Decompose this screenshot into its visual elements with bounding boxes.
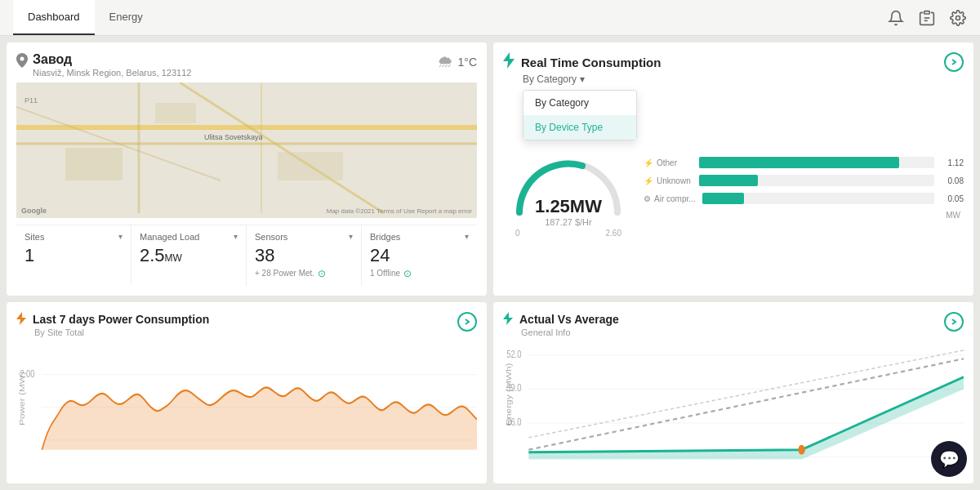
stat-sites-header: Sites ▾	[24, 232, 122, 242]
power-chart-title-row: Last 7 days Power Consumption	[16, 312, 209, 327]
gauge-min-label: 0	[515, 229, 520, 238]
rtc-category-label[interactable]: By Category	[523, 74, 577, 85]
svg-text:52.0: 52.0	[506, 348, 521, 359]
svg-text:P11: P11	[24, 96, 38, 105]
stat-sites-value: 1	[24, 245, 122, 266]
location-info: Завод Niasvіž, Minsk Region, Belarus, 12…	[16, 52, 191, 78]
svg-rect-14	[278, 152, 343, 180]
stat-sites: Sites ▾ 1	[16, 225, 131, 286]
app-header: Dashboard Energy	[0, 0, 980, 36]
ava-chart-navigate-icon[interactable]	[944, 312, 964, 332]
stat-ml-dropdown[interactable]: ▾	[234, 232, 238, 241]
stat-sensors: Sensors ▾ 38 + 28 Power Met. ⊙	[247, 225, 362, 286]
realtime-card: Real Time Consumption By Category ▾ By C…	[493, 42, 973, 296]
bar-fill-aircomp	[702, 193, 744, 204]
svg-point-3	[956, 16, 960, 20]
ava-chart-area: 52.0 39.0 26.0 Energy (MWh)	[503, 341, 964, 474]
ava-chart-title-area: Actual Vs Average General Info	[503, 312, 619, 337]
gauge-value: 1.25MW	[535, 196, 602, 217]
svg-text:Energy (MWh): Energy (MWh)	[506, 363, 513, 425]
location-title: Завод	[33, 52, 191, 67]
map-attribution: Map data ©2021 Terms of Use Report a map…	[327, 207, 472, 215]
svg-line-32	[528, 359, 964, 449]
rtc-subtitle-row: By Category ▾ By Category By Device Type	[523, 74, 661, 85]
clipboard-icon[interactable]	[918, 9, 936, 27]
ava-lightning-icon	[503, 312, 513, 327]
bar-row-unknown: ⚡ Unknown 0.08	[644, 175, 964, 186]
bar-container-unknown	[699, 175, 934, 186]
location-text: Завод Niasvіž, Minsk Region, Belarus, 12…	[33, 52, 191, 78]
stat-bridges-link-icon[interactable]: ⊙	[403, 268, 412, 279]
nav-tabs: Dashboard Energy	[13, 0, 158, 35]
ava-chart-title: Actual Vs Average	[519, 313, 619, 326]
stat-bridges-dropdown[interactable]: ▾	[465, 232, 469, 241]
stat-sites-label: Sites	[24, 232, 44, 242]
stat-sensors-header: Sensors ▾	[255, 232, 353, 242]
stat-bridges: Bridges ▾ 24 1 Offline ⊙	[362, 225, 477, 286]
bar-aircomp-text: Air compr...	[654, 194, 696, 203]
bar-value-other: 1.12	[941, 158, 964, 167]
main-grid: Завод Niasvіž, Minsk Region, Belarus, 12…	[0, 36, 980, 490]
rtc-dropdown-chevron[interactable]: ▾	[580, 74, 585, 85]
stat-sensors-sub-text: + 28 Power Met.	[255, 269, 314, 278]
svg-point-4	[20, 57, 24, 61]
stat-bridges-sub-text: 1 Offline	[370, 269, 400, 278]
power-chart-subtitle: By Site Total	[34, 327, 209, 337]
bar-chart: ⚡ Other 1.12 ⚡ Unknown	[644, 91, 964, 286]
stat-bridges-value: 24	[370, 245, 469, 266]
bar-value-aircomp: 0.05	[941, 194, 964, 203]
dropdown-item-by-category[interactable]: By Category	[523, 91, 636, 115]
stat-bridges-header: Bridges ▾	[370, 232, 469, 242]
svg-point-34	[798, 444, 804, 454]
stat-bridges-sub: 1 Offline ⊙	[370, 268, 469, 279]
gauge-labels: 0 2.60	[515, 229, 621, 238]
bar-row-aircomp: ⚙ Air compr... 0.05	[644, 193, 964, 204]
bar-row-other: ⚡ Other 1.12	[644, 157, 964, 168]
bell-icon[interactable]	[887, 9, 905, 27]
location-pin-icon	[16, 53, 28, 71]
ava-chart-header: Actual Vs Average General Info	[503, 312, 964, 337]
bar-other-text: Other	[657, 158, 677, 167]
bar-unknown-text: Unknown	[657, 176, 691, 185]
power-chart-area: 2.00 Power (MW)	[16, 341, 477, 474]
svg-marker-18	[16, 312, 26, 325]
chat-icon: 💬	[939, 449, 960, 469]
stat-sensors-link-icon[interactable]: ⊙	[318, 268, 326, 279]
rtc-header: Real Time Consumption By Category ▾ By C…	[503, 52, 964, 85]
stat-managed-load: Managed Load ▾ 2.5MW	[131, 225, 247, 286]
tab-dashboard[interactable]: Dashboard	[13, 0, 95, 35]
stat-bridges-label: Bridges	[370, 232, 400, 242]
chat-button[interactable]: 💬	[931, 441, 967, 477]
stat-sites-dropdown[interactable]: ▾	[118, 232, 122, 241]
svg-line-33	[528, 350, 964, 437]
power-chart-title: Last 7 days Power Consumption	[33, 313, 209, 326]
location-header: Завод Niasvіž, Minsk Region, Belarus, 12…	[16, 52, 477, 78]
svg-rect-13	[155, 103, 196, 123]
stat-ml-label: Managed Load	[140, 232, 199, 242]
google-logo: Google	[21, 207, 47, 215]
map-background: Ulitsa Sovetskaya P11 Google Map data ©2…	[16, 82, 477, 218]
svg-marker-24	[503, 312, 513, 325]
svg-rect-0	[924, 11, 930, 13]
bar-container-other	[699, 157, 934, 168]
ava-line-chart-svg: 52.0 39.0 26.0 Energy (MWh)	[503, 341, 964, 474]
stat-ml-value: 2.5MW	[140, 245, 238, 266]
location-card: Завод Niasvіž, Minsk Region, Belarus, 12…	[7, 42, 487, 296]
weather-cloud-icon: 🌧	[437, 52, 453, 71]
tab-energy[interactable]: Energy	[95, 0, 158, 35]
gauge-max-label: 2.60	[606, 229, 621, 238]
stat-ml-header: Managed Load ▾	[140, 232, 238, 242]
power-chart-navigate-icon[interactable]	[457, 312, 477, 332]
dropdown-item-by-device-type[interactable]: By Device Type	[523, 115, 636, 140]
stat-sensors-dropdown[interactable]: ▾	[349, 232, 353, 241]
rtc-navigate-icon[interactable]	[944, 52, 964, 72]
bar-label-unknown: ⚡ Unknown	[644, 176, 693, 185]
stat-sensors-value: 38	[255, 245, 353, 266]
weather-temp: 1°C	[458, 56, 478, 69]
svg-marker-17	[503, 52, 514, 69]
bar-label-other: ⚡ Other	[644, 158, 693, 167]
map-roads-svg: Ulitsa Sovetskaya P11	[16, 82, 477, 218]
rtc-title: Real Time Consumption	[521, 56, 661, 69]
settings-icon[interactable]	[949, 9, 967, 27]
power-chart-title-area: Last 7 days Power Consumption By Site To…	[16, 312, 209, 337]
